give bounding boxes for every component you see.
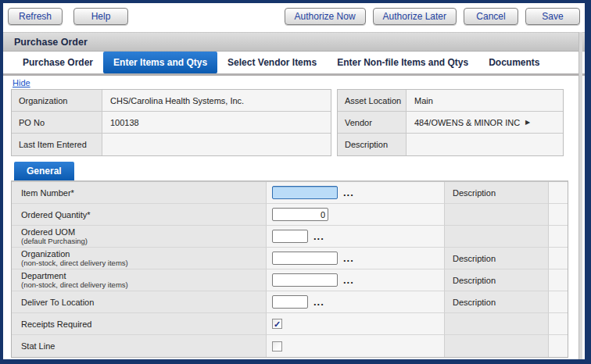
purchase-order-window: RefreshHelp Authorize NowAuthorize Later… <box>0 0 591 364</box>
field-label: Stat Line <box>21 341 266 351</box>
description-cell <box>445 335 549 357</box>
row-end-cell <box>549 226 568 248</box>
field-input[interactable] <box>272 295 308 309</box>
refresh-button[interactable]: Refresh <box>8 8 63 25</box>
authorize-later-button[interactable]: Authorize Later <box>373 8 457 25</box>
summary-field-value: Main <box>407 90 563 111</box>
field-control-cell: ... <box>267 248 445 269</box>
main-content: Hide Organization CHS/Carolina Health Sy… <box>3 76 585 359</box>
field-control-cell: ... <box>267 182 445 204</box>
summary-field-value: 100138 <box>102 112 331 133</box>
field-label-cell: Organization (non-stock, direct delivery… <box>12 248 267 269</box>
hide-link[interactable]: Hide <box>13 78 30 87</box>
field-sublabel: (default Purchasing) <box>21 237 266 245</box>
summary-field-label: Vendor <box>338 112 407 133</box>
summary-field-label: Asset Location <box>338 90 407 111</box>
field-label-cell: Department (non-stock, direct delivery i… <box>12 269 267 291</box>
field-label-cell: Item Number* <box>12 182 267 204</box>
summary-field-label: Description <box>338 134 407 155</box>
toolbar-right-group: Authorize NowAuthorize LaterCancelSave <box>285 8 580 25</box>
check-icon: ✓ <box>274 320 281 328</box>
field-checkbox[interactable]: ✓ <box>272 319 282 329</box>
summary-value-text: 484/OWENS & MINOR INC <box>414 118 520 127</box>
summary-field-value: 484/OWENS & MINOR INC ▶ <box>407 112 563 133</box>
help-button[interactable]: Help <box>73 8 128 25</box>
row-end-cell <box>549 204 568 226</box>
summary-value-text: 100138 <box>110 118 139 127</box>
row-end-cell <box>549 269 568 291</box>
summary-value-text: Main <box>414 96 433 105</box>
field-label-cell: Deliver To Location <box>12 291 267 313</box>
authorize-now-button[interactable]: Authorize Now <box>285 8 366 25</box>
field-input[interactable] <box>272 186 338 199</box>
description-label: Description <box>453 298 496 307</box>
summary-row: PO No 100138 <box>12 112 331 134</box>
tab-select-vendor-items[interactable]: Select Vendor Items <box>217 52 327 73</box>
description-cell <box>445 313 549 335</box>
field-control-cell: ✓ <box>267 313 445 335</box>
general-form-panel: Item Number* ... Description Ordered Qua… <box>11 180 568 358</box>
field-label: Ordered Quantity* <box>21 210 266 219</box>
description-label: Description <box>453 276 496 285</box>
toolbar-left-group: RefreshHelp <box>8 8 128 25</box>
summary-row: Asset Location Main <box>338 90 563 112</box>
description-cell: Description <box>445 182 549 204</box>
lookup-ellipsis-button[interactable]: ... <box>313 234 324 240</box>
row-end-cell <box>549 335 568 357</box>
drilldown-arrow-icon[interactable]: ▶ <box>525 119 530 126</box>
tab-general[interactable]: General <box>14 162 74 180</box>
row-end-cell <box>549 313 568 335</box>
field-input[interactable] <box>272 273 338 287</box>
tab-documents[interactable]: Documents <box>478 52 550 73</box>
summary-field-value: CHS/Carolina Health Systems, Inc. <box>102 90 331 111</box>
field-input[interactable] <box>272 252 338 265</box>
tab-enter-items-and-qtys[interactable]: Enter Items and Qtys <box>103 52 217 73</box>
summary-field-value <box>102 134 331 155</box>
summary-row: Description <box>338 134 563 155</box>
form-row: Receipts Required ✓ <box>12 313 568 335</box>
field-label-cell: Stat Line <box>12 335 267 357</box>
lookup-ellipsis-button[interactable]: ... <box>343 277 354 284</box>
field-input[interactable] <box>272 208 328 221</box>
field-label: Ordered UOM <box>21 227 266 237</box>
description-cell <box>445 226 549 248</box>
field-label: Item Number* <box>21 188 266 198</box>
summary-row: Last Item Entered <box>12 134 331 155</box>
tab-enter-non-file-items-and-qtys[interactable]: Enter Non-file Items and Qtys <box>327 52 478 73</box>
toolbar: RefreshHelp Authorize NowAuthorize Later… <box>3 3 585 32</box>
form-row: Ordered UOM (default Purchasing) ... <box>12 226 568 248</box>
description-cell: Description <box>445 248 549 269</box>
field-control-cell: ... <box>267 291 445 313</box>
field-input[interactable] <box>272 230 308 243</box>
row-end-cell <box>549 248 568 269</box>
form-row: Ordered Quantity* <box>12 204 568 226</box>
summary-field-label: PO No <box>12 112 102 133</box>
page-title-band: Purchase Order <box>3 32 585 52</box>
form-row: Organization (non-stock, direct delivery… <box>12 248 568 269</box>
field-control-cell <box>267 204 445 226</box>
save-button[interactable]: Save <box>525 8 580 25</box>
description-label: Description <box>453 254 496 263</box>
description-label: Description <box>453 188 496 198</box>
page-title: Purchase Order <box>14 37 88 48</box>
form-row: Stat Line <box>12 335 568 357</box>
lookup-ellipsis-button[interactable]: ... <box>343 190 354 196</box>
field-label: Deliver To Location <box>21 298 266 307</box>
field-label-cell: Ordered UOM (default Purchasing) <box>12 226 267 248</box>
lookup-ellipsis-button[interactable]: ... <box>343 255 354 262</box>
row-end-cell <box>549 182 568 204</box>
field-label: Receipts Required <box>21 319 266 329</box>
summary-field-value <box>407 134 563 155</box>
field-control-cell <box>267 335 445 357</box>
description-cell: Description <box>445 269 549 291</box>
description-cell: Description <box>445 291 549 313</box>
summary-grid-left: Organization CHS/Carolina Health Systems… <box>11 89 331 156</box>
tab-purchase-order[interactable]: Purchase Order <box>13 52 103 73</box>
field-control-cell: ... <box>267 226 445 248</box>
field-sublabel: (non-stock, direct delivery items) <box>21 259 266 267</box>
field-checkbox[interactable] <box>272 341 282 352</box>
cancel-button[interactable]: Cancel <box>464 8 518 25</box>
scrollbar-track[interactable] <box>578 32 582 359</box>
row-end-cell <box>549 291 568 313</box>
lookup-ellipsis-button[interactable]: ... <box>313 299 324 305</box>
